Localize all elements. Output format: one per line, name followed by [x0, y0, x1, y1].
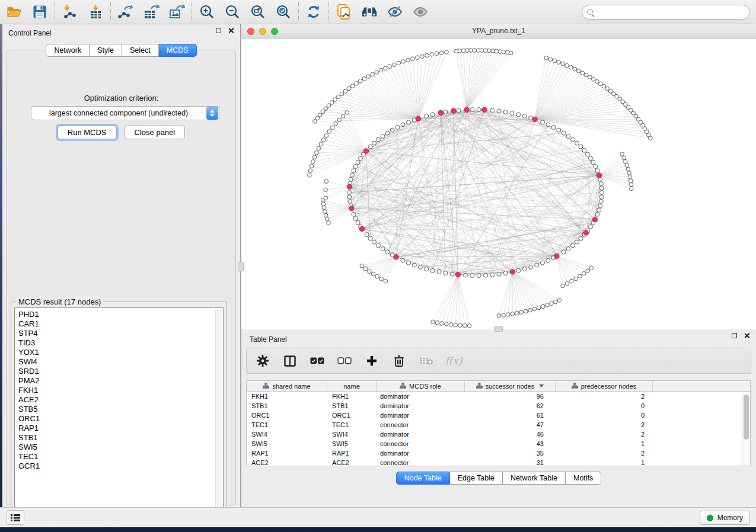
leaf-node[interactable] [622, 156, 626, 160]
ring-node[interactable] [557, 128, 561, 132]
leaf-node[interactable] [318, 113, 323, 117]
leaf-node[interactable] [416, 56, 420, 60]
first-neighbors-button[interactable] [361, 4, 378, 20]
ring-node[interactable] [589, 156, 593, 161]
ring-node[interactable] [571, 137, 575, 142]
mcds-hub-node[interactable] [416, 116, 420, 121]
leaf-node[interactable] [629, 182, 633, 187]
mcds-hub-node[interactable] [592, 217, 597, 222]
export-table-button[interactable] [143, 4, 160, 20]
tab-style[interactable]: Style [90, 44, 122, 57]
mcds-result-item[interactable]: YOX1 [18, 348, 223, 357]
ring-node[interactable] [579, 145, 583, 149]
leaf-node[interactable] [454, 323, 458, 327]
ring-node[interactable] [444, 110, 448, 114]
leaf-node[interactable] [561, 62, 565, 66]
leaf-node[interactable] [343, 89, 347, 94]
table-row[interactable]: STB1STB1dominator620 [247, 401, 742, 411]
mcds-result-item[interactable]: CAR1 [18, 319, 223, 329]
leaf-node[interactable] [569, 65, 573, 69]
ring-node[interactable] [365, 233, 369, 237]
leaf-node[interactable] [561, 284, 565, 288]
leaf-node[interactable] [435, 52, 439, 56]
leaf-node[interactable] [532, 307, 537, 311]
leaf-node[interactable] [630, 187, 634, 191]
leaf-node[interactable] [384, 66, 388, 70]
show-task-history-button[interactable] [7, 510, 24, 525]
ring-node[interactable] [368, 236, 372, 241]
ring-node[interactable] [356, 161, 360, 165]
open-file-button[interactable] [6, 4, 23, 20]
close-panel-icon[interactable] [228, 27, 234, 34]
ring-node[interactable] [599, 199, 603, 203]
leaf-node[interactable] [454, 49, 458, 53]
mcds-result-item[interactable]: ORC1 [18, 414, 223, 424]
leaf-node[interactable] [360, 264, 364, 268]
leaf-node[interactable] [495, 49, 499, 53]
leaf-node[interactable] [420, 55, 425, 59]
float-panel-icon[interactable] [216, 28, 221, 33]
leaf-node[interactable] [515, 311, 519, 315]
leaf-node[interactable] [505, 50, 509, 55]
ring-node[interactable] [503, 110, 508, 114]
leaf-node[interactable] [397, 61, 401, 65]
delete-column-button[interactable] [391, 353, 407, 368]
leaf-node[interactable] [463, 323, 467, 328]
leaf-node[interactable] [321, 110, 325, 114]
leaf-node[interactable] [469, 49, 473, 53]
search-field[interactable] [582, 5, 750, 20]
table-options-button[interactable] [255, 353, 270, 368]
leaf-node[interactable] [325, 217, 329, 222]
ring-node[interactable] [407, 261, 411, 265]
leaf-node[interactable] [322, 206, 326, 210]
leaf-node[interactable] [578, 274, 582, 278]
vertical-splitter-grip[interactable] [238, 262, 244, 271]
leaf-node[interactable] [324, 180, 328, 184]
show-all-button[interactable] [412, 4, 429, 20]
mcds-hub-node[interactable] [464, 107, 469, 112]
leaf-node[interactable] [371, 72, 375, 76]
leaf-node[interactable] [324, 134, 328, 138]
ring-node[interactable] [510, 111, 514, 116]
ring-node[interactable] [594, 165, 598, 169]
ring-node[interactable] [562, 131, 566, 135]
ring-node[interactable] [450, 272, 454, 276]
leaf-node[interactable] [502, 313, 506, 318]
leaf-node[interactable] [458, 323, 462, 328]
leaf-node[interactable] [519, 310, 524, 315]
mcds-result-item[interactable]: SWI4 [18, 357, 223, 367]
show-columns-button[interactable] [282, 353, 298, 368]
tab-network[interactable]: Network [46, 44, 90, 57]
leaf-node[interactable] [487, 49, 492, 53]
ring-node[interactable] [541, 261, 545, 265]
mcds-hub-node[interactable] [455, 272, 460, 277]
mcds-result-item[interactable]: PHD1 [18, 310, 223, 319]
leaf-node[interactable] [368, 270, 372, 274]
select-all-rows-button[interactable] [310, 353, 325, 368]
leaf-node[interactable] [358, 79, 362, 84]
ring-node[interactable] [575, 240, 579, 244]
mcds-result-item[interactable]: STB1 [18, 433, 223, 443]
leaf-node[interactable] [341, 114, 345, 118]
ring-node[interactable] [350, 173, 354, 177]
mcds-result-item[interactable]: TEC1 [18, 452, 223, 462]
leaf-node[interactable] [553, 300, 557, 304]
ring-node[interactable] [470, 108, 474, 112]
ring-node[interactable] [381, 247, 385, 251]
leaf-node[interactable] [315, 116, 320, 120]
leaf-node[interactable] [544, 56, 548, 60]
leaf-node[interactable] [480, 49, 484, 53]
leaf-node[interactable] [497, 314, 501, 318]
export-image-button[interactable] [168, 4, 185, 20]
leaf-node[interactable] [310, 164, 314, 168]
ring-node[interactable] [484, 273, 488, 277]
leaf-node[interactable] [324, 188, 328, 192]
mcds-result-item[interactable]: STP4 [18, 329, 223, 338]
ring-node[interactable] [352, 169, 356, 173]
leaf-node[interactable] [430, 53, 434, 57]
leaf-node[interactable] [327, 104, 331, 108]
leaf-node[interactable] [431, 320, 435, 324]
mcds-hub-node[interactable] [510, 270, 515, 274]
ring-node[interactable] [497, 109, 501, 113]
ring-node[interactable] [490, 108, 495, 113]
